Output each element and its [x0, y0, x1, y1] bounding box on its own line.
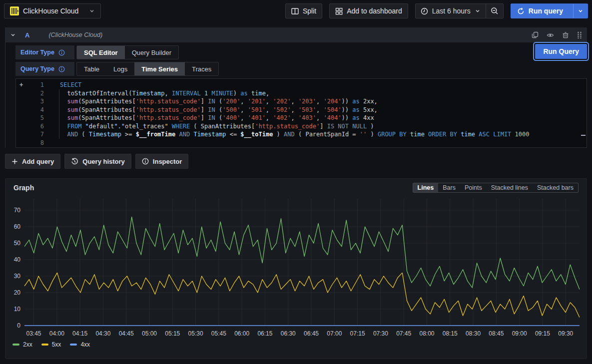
option-lines[interactable]: Lines: [413, 183, 439, 192]
query-type-label-box: Query Type: [15, 62, 74, 76]
query-history-label: Query history: [82, 158, 125, 165]
sql-line[interactable]: 4 sum(SpanAttributes['http.status_code']…: [16, 106, 587, 114]
add-line-icon[interactable]: +: [19, 81, 23, 89]
clickhouse-logo-icon: [10, 6, 19, 15]
svg-text:50: 50: [14, 240, 21, 247]
line-number: 2: [16, 89, 44, 98]
inspector-button[interactable]: Inspector: [135, 154, 189, 169]
sql-line[interactable]: 6 FROM "default"."otel_traces" WHERE ( S…: [16, 122, 587, 131]
svg-text:07:15: 07:15: [350, 330, 365, 337]
svg-text:04:45: 04:45: [119, 330, 134, 337]
legend-swatch: [12, 344, 19, 346]
option-stacked-bars[interactable]: Stacked bars: [533, 183, 578, 192]
svg-text:10: 10: [14, 306, 21, 313]
option-table[interactable]: Table: [77, 62, 106, 75]
sql-line[interactable]: 1+SELECT: [16, 81, 587, 89]
svg-text:04:00: 04:00: [49, 330, 64, 337]
sql-line[interactable]: 2 toStartOfInterval(Timestamp, INTERVAL …: [16, 89, 587, 98]
graph-panel-header: Graph LinesBarsPointsStacked linesStacke…: [9, 182, 583, 196]
editor-type-label: Editor Type: [20, 49, 54, 56]
option-points[interactable]: Points: [460, 183, 487, 192]
svg-text:06:30: 06:30: [281, 330, 296, 337]
option-logs[interactable]: Logs: [106, 62, 134, 75]
collapse-chevron-icon[interactable]: [10, 32, 16, 38]
svg-text:04:30: 04:30: [95, 330, 110, 337]
run-query-label: Run query: [529, 7, 563, 15]
query-row-header[interactable]: A (ClickHouse Cloud): [5, 27, 587, 42]
time-series-chart[interactable]: 01020304050607003:4504:0004:1504:3004:45…: [9, 196, 583, 340]
eye-icon[interactable]: [547, 31, 554, 39]
add-query-button[interactable]: Add query: [5, 154, 60, 169]
svg-text:30: 30: [14, 273, 21, 280]
legend-label: 5xx: [52, 341, 61, 348]
svg-text:06:45: 06:45: [304, 330, 319, 337]
info-icon: [58, 66, 65, 72]
option-query-builder[interactable]: Query Builder: [125, 46, 178, 59]
add-to-dashboard-label: Add to dashboard: [347, 7, 402, 15]
split-label: Split: [303, 7, 316, 15]
svg-text:09:15: 09:15: [535, 330, 550, 337]
sql-line[interactable]: 3 sum(SpanAttributes['http.status_code']…: [16, 97, 587, 106]
sql-line[interactable]: 5 sum(SpanAttributes['http.status_code']…: [16, 114, 587, 122]
svg-text:70: 70: [14, 207, 21, 214]
query-actions-row: Add query Query history Inspector: [5, 154, 587, 169]
editor-type-radio-group: SQL EditorQuery Builder: [76, 45, 179, 59]
datasource-label: ClickHouse Cloud: [23, 7, 78, 15]
option-bars[interactable]: Bars: [438, 183, 460, 192]
run-query-panel-button[interactable]: Run Query: [535, 44, 587, 59]
top-nav-bar: ClickHouse Cloud Split Add to dashboard …: [0, 0, 592, 22]
zoom-out-time-button[interactable]: [486, 4, 503, 18]
query-type-radio-group: TableLogsTime SeriesTraces: [76, 62, 219, 76]
inspector-label: Inspector: [153, 158, 182, 165]
editor-type-row: Editor Type SQL EditorQuery Builder: [15, 45, 587, 59]
svg-text:06:15: 06:15: [257, 330, 272, 337]
plus-icon: [11, 158, 18, 165]
query-history-button[interactable]: Query history: [64, 154, 131, 169]
svg-text:07:30: 07:30: [373, 330, 388, 337]
svg-text:07:00: 07:00: [327, 330, 342, 337]
run-query-split-button: Run query: [511, 3, 588, 18]
time-picker-group: Last 6 hours: [415, 3, 504, 18]
svg-text:60: 60: [14, 223, 21, 230]
info-icon: [142, 158, 149, 165]
add-query-label: Add query: [22, 158, 54, 165]
graph-panel: Graph LinesBarsPointsStacked linesStacke…: [5, 178, 587, 359]
line-number: 8: [16, 139, 44, 147]
graph-view-mode-group: LinesBarsPointsStacked linesStacked bars: [413, 183, 579, 193]
run-query-button[interactable]: Run query: [511, 7, 569, 15]
info-icon: [58, 49, 65, 56]
option-time-series[interactable]: Time Series: [134, 62, 185, 75]
nav-actions: Split Add to dashboard Last 6 hours: [285, 3, 588, 18]
split-button[interactable]: Split: [285, 3, 322, 18]
drag-handle-icon[interactable]: [577, 31, 582, 39]
legend-swatch: [41, 344, 48, 346]
add-to-dashboard-button[interactable]: Add to dashboard: [329, 3, 408, 18]
option-stacked-lines[interactable]: Stacked lines: [487, 183, 533, 192]
sql-code-editor[interactable]: 1+SELECT2 toStartOfInterval(Timestamp, I…: [15, 78, 587, 148]
query-row-actions: [532, 31, 582, 39]
legend-label: 4xx: [80, 341, 90, 348]
option-sql-editor[interactable]: SQL Editor: [77, 46, 125, 59]
legend-item-5xx[interactable]: 5xx: [41, 341, 61, 348]
svg-text:0: 0: [17, 322, 20, 329]
legend-item-2xx[interactable]: 2xx: [12, 341, 32, 348]
svg-text:08:30: 08:30: [466, 330, 481, 337]
copy-icon[interactable]: [532, 31, 539, 38]
svg-text:06:00: 06:00: [234, 330, 249, 337]
trash-icon[interactable]: [562, 31, 569, 38]
run-query-dropdown-caret[interactable]: [573, 4, 588, 18]
legend-label: 2xx: [23, 341, 32, 348]
chevron-down-icon: [89, 8, 95, 14]
time-range-button[interactable]: Last 6 hours: [416, 4, 486, 18]
sql-line[interactable]: 7 AND ( Timestamp >= $__fromTime AND Tim…: [16, 130, 587, 139]
svg-text:09:30: 09:30: [558, 330, 573, 337]
option-traces[interactable]: Traces: [185, 62, 218, 75]
line-number: 7: [16, 130, 44, 139]
chevron-down-icon: [475, 8, 481, 14]
query-editor-body: Run Query Editor Type SQL EditorQuery Bu…: [5, 42, 587, 148]
datasource-picker[interactable]: ClickHouse Cloud: [4, 3, 101, 18]
graph-panel-title: Graph: [13, 184, 34, 192]
grid-icon: [335, 7, 343, 15]
sql-line[interactable]: 8: [16, 139, 587, 147]
legend-item-4xx[interactable]: 4xx: [70, 341, 90, 348]
